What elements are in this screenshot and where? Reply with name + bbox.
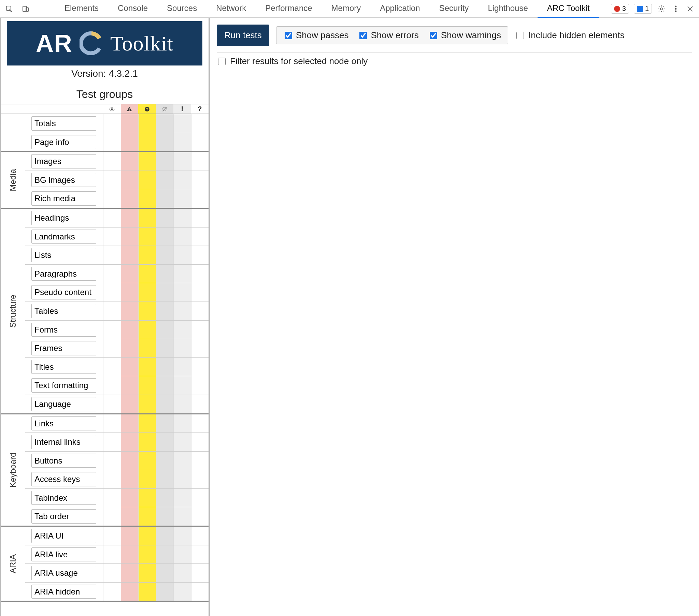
result-cell-alert bbox=[173, 358, 191, 376]
test-button-internal-links[interactable]: Internal links bbox=[31, 435, 96, 449]
test-button-tab-order[interactable]: Tab order bbox=[31, 509, 96, 524]
test-button-aria-usage[interactable]: ARIA usage bbox=[31, 566, 96, 580]
devtools-tab-sources[interactable]: Sources bbox=[157, 0, 207, 18]
test-row: Images bbox=[25, 152, 209, 171]
test-button-tables[interactable]: Tables bbox=[31, 304, 96, 318]
result-cell-hid bbox=[156, 171, 174, 189]
test-button-buttons[interactable]: Buttons bbox=[31, 454, 96, 468]
test-button-aria-live[interactable]: ARIA live bbox=[31, 547, 96, 562]
show-warnings-checkbox[interactable]: Show warnings bbox=[428, 30, 501, 41]
devtools-tabstrip: ElementsConsoleSourcesNetworkPerformance… bbox=[0, 0, 699, 18]
result-cell-warn bbox=[138, 321, 156, 339]
result-cell-err bbox=[121, 171, 139, 189]
show-errors-input[interactable] bbox=[359, 32, 367, 39]
devtools-tab-lighthouse[interactable]: Lighthouse bbox=[478, 0, 537, 18]
result-cell-err bbox=[121, 133, 139, 151]
category-label bbox=[1, 114, 25, 151]
show-passes-input[interactable] bbox=[285, 32, 292, 39]
result-cell-vis bbox=[103, 433, 121, 451]
column-header-row: ? ! ? bbox=[1, 104, 209, 114]
test-button-titles[interactable]: Titles bbox=[31, 360, 96, 374]
test-button-lists[interactable]: Lists bbox=[31, 248, 96, 262]
devtools-tab-application[interactable]: Application bbox=[370, 0, 430, 18]
result-cell-warn bbox=[138, 114, 156, 133]
test-group: StructureHeadingsLandmarksListsParagraph… bbox=[1, 209, 209, 414]
filter-selected-node-input[interactable] bbox=[218, 58, 226, 65]
show-passes-checkbox[interactable]: Show passes bbox=[283, 30, 349, 41]
devtools-tab-arc-toolkit[interactable]: ARC Toolkit bbox=[538, 0, 599, 18]
category-label: ARIA bbox=[1, 527, 25, 601]
test-group: TotalsPage info bbox=[1, 114, 209, 152]
test-button-bg-images[interactable]: BG images bbox=[31, 173, 96, 187]
inspect-element-icon[interactable] bbox=[4, 4, 14, 14]
test-button-pseudo-content[interactable]: Pseudo content bbox=[31, 285, 96, 299]
settings-icon[interactable] bbox=[657, 4, 666, 14]
show-errors-checkbox[interactable]: Show errors bbox=[358, 30, 419, 41]
run-tests-button[interactable]: Run tests bbox=[217, 25, 269, 46]
test-button-access-keys[interactable]: Access keys bbox=[31, 472, 96, 486]
svg-text:?: ? bbox=[146, 107, 148, 111]
include-hidden-checkbox[interactable]: Include hidden elements bbox=[515, 30, 624, 41]
result-cell-hid bbox=[156, 302, 174, 320]
result-cell-alert bbox=[173, 265, 191, 283]
devtools-tab-elements[interactable]: Elements bbox=[55, 0, 108, 18]
devtools-tab-network[interactable]: Network bbox=[207, 0, 256, 18]
result-cell-alert bbox=[173, 582, 191, 601]
result-cell-hid bbox=[156, 489, 174, 507]
result-cell-help bbox=[191, 545, 209, 564]
arc-logo-text-ar: AR bbox=[36, 29, 73, 57]
result-cell-hid bbox=[156, 246, 174, 264]
result-cell-vis bbox=[103, 489, 121, 507]
svg-point-6 bbox=[675, 11, 676, 12]
test-row: BG images bbox=[25, 171, 209, 190]
devtools-tab-security[interactable]: Security bbox=[430, 0, 478, 18]
info-badge[interactable]: 1 bbox=[634, 4, 652, 14]
test-button-images[interactable]: Images bbox=[31, 154, 96, 169]
test-button-forms[interactable]: Forms bbox=[31, 323, 96, 337]
test-button-headings[interactable]: Headings bbox=[31, 211, 96, 225]
devtools-tab-console[interactable]: Console bbox=[108, 0, 157, 18]
result-cell-err bbox=[121, 283, 139, 302]
test-button-totals[interactable]: Totals bbox=[31, 116, 96, 131]
result-cell-vis bbox=[103, 452, 121, 470]
result-cell-hid bbox=[156, 189, 174, 208]
test-button-aria-hidden[interactable]: ARIA hidden bbox=[31, 585, 96, 599]
result-cell-err bbox=[121, 433, 139, 451]
result-cell-hid bbox=[156, 114, 174, 133]
errors-badge[interactable]: 3 bbox=[611, 4, 629, 14]
test-button-landmarks[interactable]: Landmarks bbox=[31, 230, 96, 244]
test-button-page-info[interactable]: Page info bbox=[31, 135, 96, 149]
test-button-links[interactable]: Links bbox=[31, 416, 96, 431]
more-menu-icon[interactable] bbox=[671, 4, 681, 14]
test-button-rich-media[interactable]: Rich media bbox=[31, 191, 96, 206]
result-cell-alert bbox=[173, 302, 191, 320]
category-label: Structure bbox=[1, 209, 25, 413]
device-toolbar-icon[interactable] bbox=[21, 4, 31, 14]
divider bbox=[41, 3, 41, 15]
filter-selected-node-checkbox[interactable]: Filter results for selected node only bbox=[217, 56, 368, 67]
result-cell-err bbox=[121, 358, 139, 376]
close-devtools-icon[interactable] bbox=[685, 4, 695, 14]
test-button-tabindex[interactable]: Tabindex bbox=[31, 491, 96, 505]
test-button-frames[interactable]: Frames bbox=[31, 341, 96, 356]
result-cell-warn bbox=[138, 507, 156, 526]
result-cell-warn bbox=[138, 452, 156, 470]
test-button-language[interactable]: Language bbox=[31, 397, 96, 411]
result-cell-err bbox=[121, 470, 139, 488]
col-alert-icon: ! bbox=[173, 104, 191, 113]
devtools-tab-memory[interactable]: Memory bbox=[322, 0, 371, 18]
test-row: Links bbox=[25, 414, 209, 433]
result-cell-vis bbox=[103, 246, 121, 264]
devtools-tab-performance[interactable]: Performance bbox=[256, 0, 321, 18]
test-button-text-formatting[interactable]: Text formatting bbox=[31, 378, 96, 392]
result-cell-hid bbox=[156, 414, 174, 433]
result-cell-help bbox=[191, 452, 209, 470]
include-hidden-input[interactable] bbox=[516, 32, 524, 39]
show-warnings-input[interactable] bbox=[430, 32, 437, 39]
result-cell-vis bbox=[103, 228, 121, 246]
test-button-paragraphs[interactable]: Paragraphs bbox=[31, 267, 96, 281]
result-cell-alert bbox=[173, 209, 191, 227]
result-cell-help bbox=[191, 414, 209, 433]
svg-rect-2 bbox=[26, 8, 28, 11]
test-button-aria-ui[interactable]: ARIA UI bbox=[31, 529, 96, 543]
